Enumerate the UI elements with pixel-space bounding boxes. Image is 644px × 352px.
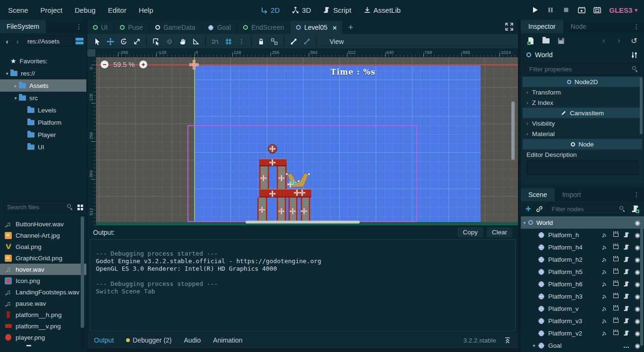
file-row[interactable]: player.png (0, 332, 86, 343)
node-position-gizmo[interactable] (278, 175, 285, 181)
group-icon[interactable] (612, 292, 619, 300)
file-row[interactable]: Goal.png (0, 241, 86, 252)
node-position-gizmo[interactable] (260, 175, 267, 181)
workspace-script[interactable]: Script (321, 5, 354, 16)
pan-tool[interactable] (177, 36, 189, 47)
signal-connection-icon[interactable] (601, 243, 609, 251)
inspector-group-material[interactable]: ›Material (522, 129, 643, 139)
dock-menu-icon[interactable]: ⋮ (72, 23, 86, 30)
object-tools-icon[interactable] (630, 51, 638, 59)
group-icon[interactable] (612, 317, 619, 325)
buttons-overflow-icon[interactable]: … (623, 342, 630, 349)
script-icon[interactable] (623, 292, 630, 300)
renderer-dropdown[interactable]: GLES3▾ (609, 6, 637, 14)
selection-handle[interactable] (308, 173, 310, 175)
fs-tree-item-ui[interactable]: UI (0, 141, 86, 153)
expander-icon[interactable]: ▸ (12, 83, 19, 88)
file-row[interactable]: Icon.png (0, 275, 86, 286)
new-scene-tab-button[interactable]: + (343, 21, 358, 34)
tab-scene[interactable]: Scene (521, 188, 555, 201)
new-resource-icon[interactable] (526, 36, 535, 45)
group-icon[interactable] (612, 243, 619, 251)
add-node-button[interactable]: + (525, 204, 531, 214)
inspector-category-node[interactable]: Node (523, 139, 642, 149)
bottom-tab-audio[interactable]: Audio (184, 336, 201, 344)
fs-tree-item-res[interactable]: ▾res:// (0, 67, 86, 79)
nav-forward-button[interactable]: › (13, 37, 22, 45)
inspector-category-node2d[interactable]: Node2D (523, 77, 642, 87)
rotate-tool[interactable] (118, 36, 130, 47)
fs-tree-item-player[interactable]: Player (0, 129, 86, 141)
file-row[interactable]: platform__h.png (0, 309, 86, 320)
scale-tool[interactable] (131, 36, 143, 47)
selection-handle[interactable] (286, 173, 288, 175)
instance-scene-icon[interactable] (535, 205, 544, 213)
script-icon[interactable] (623, 243, 630, 251)
lock-button[interactable] (255, 36, 267, 47)
fs-tree-item-src[interactable]: ▾src (0, 92, 86, 104)
menu-editor[interactable]: Editor (103, 4, 130, 16)
tab-filesystem[interactable]: FileSystem (0, 20, 46, 33)
file-row[interactable]: ♫hover.wav (0, 264, 86, 275)
node-position-gizmo[interactable] (259, 206, 265, 213)
current-path-field[interactable] (24, 35, 74, 47)
group-button[interactable] (268, 36, 280, 47)
node-position-gizmo[interactable] (278, 208, 285, 215)
smart-snap-toggle[interactable] (209, 36, 221, 47)
scene-tree-node-platform_h5[interactable]: Platform_h5◉ (521, 266, 644, 278)
dock-menu-icon[interactable]: ⋮ (629, 23, 644, 30)
script-icon[interactable] (623, 280, 630, 288)
zoom-level-label[interactable]: 59.5 % (113, 61, 135, 69)
scene-tree-node-platform_h4[interactable]: Platform_h4◉ (521, 241, 644, 253)
select-tool[interactable] (91, 36, 103, 47)
menu-scene[interactable]: Scene (4, 4, 33, 16)
workspace-assetlib[interactable]: AssetLib (361, 5, 404, 16)
expander-icon[interactable]: ▾ (12, 95, 19, 101)
node-position-gizmo[interactable] (301, 208, 307, 215)
copy-button[interactable]: Copy (458, 227, 483, 237)
ruler-tool[interactable] (190, 36, 202, 47)
close-icon[interactable]: × (333, 24, 337, 32)
scene-tree-node-platform_h3[interactable]: Platform_h3◉ (521, 290, 644, 302)
inspector-category-canvasitem[interactable]: CanvasItem (523, 108, 642, 118)
scene-tree-node-goal[interactable]: ▾Goal…◉ (521, 339, 644, 352)
file-row[interactable]: GraphicGrid.png (0, 252, 86, 264)
clear-button[interactable]: Clear (487, 227, 512, 237)
bottom-tab-output[interactable]: Output (94, 336, 114, 344)
history-back-icon[interactable]: ‹ (600, 36, 608, 45)
scene-tab-level05[interactable]: Level05× (290, 21, 342, 34)
canvas-horizontal-scrollbar[interactable] (246, 221, 360, 223)
bottom-tab-debugger-2-[interactable]: Debugger (2) (126, 336, 172, 344)
signal-connection-icon[interactable] (601, 256, 609, 263)
workspace-2d[interactable]: 2D (258, 5, 282, 16)
load-resource-icon[interactable] (542, 36, 550, 45)
inspector-group-z-index[interactable]: ›Z Index (522, 97, 643, 108)
tab-import[interactable]: Import (555, 188, 589, 201)
selected-node-gizmo[interactable] (290, 179, 297, 186)
scene-tab-goal[interactable]: Goal (202, 21, 237, 34)
scene-tree-node-platform_h[interactable]: Platform_h◉ (521, 229, 644, 241)
attach-script-icon[interactable] (631, 205, 639, 213)
scene-tab-puse[interactable]: Puse (114, 21, 149, 34)
canvas-vertical-scrollbar[interactable] (511, 102, 515, 160)
menu-help[interactable]: Help (135, 4, 158, 16)
scene-tree-node-world[interactable]: ▾World◉ (521, 216, 644, 229)
expander-icon[interactable]: ▾ (4, 71, 10, 76)
script-icon[interactable] (623, 305, 630, 312)
scene-tree-scrollbar[interactable] (640, 218, 643, 346)
filter-nodes-input[interactable] (548, 203, 627, 215)
search-input[interactable] (3, 201, 74, 213)
distraction-free-icon[interactable] (505, 23, 513, 31)
scene-tab-gamedata[interactable]: GameData (150, 21, 201, 34)
node-position-gizmo[interactable] (269, 146, 276, 152)
node-position-gizmo[interactable] (289, 208, 296, 215)
script-icon[interactable] (623, 231, 630, 239)
signal-connection-icon[interactable] (601, 317, 609, 325)
editor-description-field[interactable] (526, 161, 638, 175)
menu-debug[interactable]: Debug (70, 4, 100, 16)
signal-connection-icon[interactable] (601, 305, 609, 312)
filter-properties-input[interactable] (525, 63, 639, 75)
file-list-scrollbar[interactable] (81, 215, 84, 348)
pause-button[interactable] (547, 6, 554, 14)
skeleton-options-button[interactable] (301, 36, 313, 47)
